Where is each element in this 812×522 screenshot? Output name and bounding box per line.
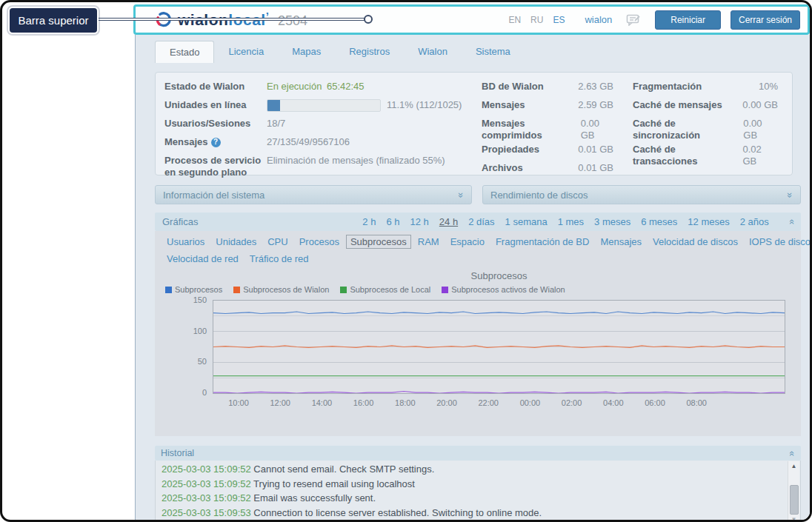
history-title: Historial	[161, 448, 194, 458]
status-label: Mensajes	[482, 99, 525, 116]
log-entry: 2025-03-03 15:09:52 Trying to resend ema…	[162, 477, 785, 492]
history-header[interactable]: Historial «	[155, 446, 801, 461]
range-24-h[interactable]: 24 h	[439, 216, 458, 227]
history-scrollbar[interactable]: ▲ ▼	[788, 461, 799, 522]
tab-wialon[interactable]: Wialon	[404, 41, 462, 63]
status-value: 0.00 GB	[743, 118, 778, 141]
main-tabs: EstadoLicenciaMapasRegistrosWialonSistem…	[155, 41, 525, 63]
status-value: En ejecución 65:42:45	[267, 81, 365, 93]
status-row: BD de Wialon2.63 GB	[482, 78, 613, 97]
lang-en[interactable]: EN	[508, 15, 521, 25]
lang-es[interactable]: ES	[553, 15, 565, 25]
status-table-left: Estado de WialonEn ejecución 65:42:45Uni…	[164, 78, 479, 169]
x-tick-label: 20:00	[436, 398, 457, 407]
progressbar-fill	[267, 100, 280, 111]
chevron-double-up-icon[interactable]: «	[788, 219, 797, 224]
x-tick-label: 12:00	[270, 398, 290, 407]
restart-button[interactable]: Reiniciar	[655, 10, 721, 30]
tab-mapas[interactable]: Mapas	[278, 41, 335, 63]
status-value: 27/135/49/9567106	[267, 136, 350, 148]
chart-tab-procesos[interactable]: Procesos	[299, 236, 339, 247]
chevron-double-down-icon[interactable]: »	[456, 192, 466, 197]
version-number: 2504	[278, 13, 307, 29]
range-12-h[interactable]: 12 h	[410, 216, 429, 227]
log-entry: 2025-03-03 15:09:52 Email was successful…	[162, 491, 785, 506]
status-label: Usuarios/Sesiones	[164, 118, 267, 130]
legend-item-subprocesos-activos-de-wialon: Subprocesos activos de Wialon	[442, 285, 565, 294]
history-log: 2025-03-03 15:09:52 Cannot send email. C…	[155, 461, 801, 522]
tab-licencia[interactable]: Licencia	[214, 41, 278, 63]
y-tick-label: 100	[193, 327, 207, 335]
help-icon[interactable]: ?	[211, 138, 221, 147]
chat-icon[interactable]	[626, 14, 641, 26]
chart-tab-mensajes[interactable]: Mensajes	[600, 236, 642, 247]
y-tick-label: 0	[202, 388, 207, 397]
log-message: Cannot send email. Check SMTP settings.	[253, 464, 434, 475]
section-system-info[interactable]: Información del sistema »	[155, 185, 472, 204]
range-2-anos[interactable]: 2 años	[740, 216, 769, 227]
x-tick-label: 06:00	[645, 398, 665, 407]
status-label: Mensajes comprimidos	[482, 118, 581, 141]
status-label: Caché de sincronización	[633, 118, 743, 141]
log-timestamp: 2025-03-03 15:09:52	[162, 492, 251, 503]
status-label: Propiedades	[482, 144, 539, 160]
scroll-down-icon[interactable]: ▼	[788, 516, 799, 522]
range-2-h[interactable]: 2 h	[362, 216, 376, 227]
chart-tab-trafico-de-red[interactable]: Tráfico de red	[250, 253, 309, 264]
chart-tab-usuarios[interactable]: Usuarios	[167, 236, 204, 247]
chart-tab-velocidad-de-discos[interactable]: Velocidad de discos	[653, 236, 738, 247]
chart-tab-espacio[interactable]: Espacio	[450, 236, 485, 247]
section-disk-performance[interactable]: Rendimiento de discos »	[482, 185, 801, 204]
status-row: Estado de WialonEn ejecución 65:42:45	[164, 78, 479, 97]
tab-sistema[interactable]: Sistema	[462, 41, 525, 63]
status-value: 2.59 GB	[578, 99, 613, 116]
logout-button[interactable]: Cerrar sesión	[731, 10, 800, 30]
range-6-h[interactable]: 6 h	[386, 216, 399, 227]
chart-tab-fragmentacion-de-bd[interactable]: Fragmentación de BD	[496, 236, 589, 247]
legend-item-subprocesos: Subprocesos	[165, 285, 222, 294]
chart-tab-iops-de-discos[interactable]: IOPS de discos	[749, 236, 812, 247]
log-entry: 2025-03-03 15:09:53 Connection to licens…	[162, 506, 785, 521]
status-row: Mensajes?27/135/49/9567106	[164, 134, 479, 153]
tab-estado[interactable]: Estado	[155, 41, 214, 63]
range-6-meses[interactable]: 6 meses	[641, 216, 677, 227]
status-row: Caché de mensajes0.00 GB	[633, 97, 778, 116]
status-value: 0.00 GB	[742, 99, 778, 116]
topbar-actions: ENRUES wialon Reiniciar Cerrar sesión	[508, 10, 800, 30]
range-12-meses[interactable]: 12 meses	[688, 216, 729, 227]
chevron-double-up-icon[interactable]: «	[788, 450, 797, 455]
status-label: Caché de transacciones	[633, 144, 742, 167]
chart-tab-subprocesos[interactable]: Subprocesos	[346, 235, 411, 249]
scrollbar-thumb[interactable]	[790, 485, 799, 515]
user-account-link[interactable]: wialon	[585, 14, 612, 25]
status-row: Mensajes2.59 GB	[482, 97, 613, 116]
range-1-semana[interactable]: 1 semana	[505, 216, 548, 227]
range-1-mes[interactable]: 1 mes	[558, 216, 584, 227]
chart-tab-cpu[interactable]: CPU	[267, 236, 287, 247]
status-label: Procesos de servicio en segundo plano	[164, 155, 267, 178]
charts-header[interactable]: Gráficas 2 h6 h12 h24 h2 días1 semana1 m…	[155, 213, 801, 231]
charts-content: UsuariosUnidadesCPUProcesosSubprocesosRA…	[155, 231, 801, 436]
series-subprocesos-activos-de-wialon	[213, 392, 785, 394]
scroll-up-icon[interactable]: ▲	[788, 463, 799, 469]
log-message: Connection to license server established…	[253, 507, 542, 518]
y-tick-label: 50	[198, 357, 207, 366]
chart-tab-ram[interactable]: RAM	[418, 236, 439, 247]
status-value: Eliminación de mensajes (finalizado 55%)	[267, 155, 445, 167]
status-label: Unidades en línea	[164, 99, 267, 111]
lang-ru[interactable]: RU	[530, 15, 543, 25]
x-tick-label: 04:00	[603, 398, 624, 407]
range-3-meses[interactable]: 3 meses	[594, 216, 630, 227]
range-2-dias[interactable]: 2 días	[468, 216, 494, 227]
chevron-double-down-icon[interactable]: »	[785, 192, 795, 197]
status-row: Unidades en línea11.1% (112/1025)	[164, 97, 479, 116]
chart-plot-area	[213, 300, 785, 394]
tab-registros[interactable]: Registros	[335, 41, 404, 63]
status-value: 0.00 GB	[581, 118, 613, 141]
status-table-db: BD de Wialon2.63 GBMensajes2.59 GBMensaj…	[482, 78, 613, 169]
status-row: Usuarios/Sesiones18/7	[164, 116, 479, 134]
chart-tab-velocidad-de-red[interactable]: Velocidad de red	[167, 253, 239, 264]
status-panel: Estado de WialonEn ejecución 65:42:45Uni…	[155, 72, 793, 175]
chart-tab-unidades[interactable]: Unidades	[216, 236, 256, 247]
chart-y-axis: 050100150	[155, 300, 208, 394]
